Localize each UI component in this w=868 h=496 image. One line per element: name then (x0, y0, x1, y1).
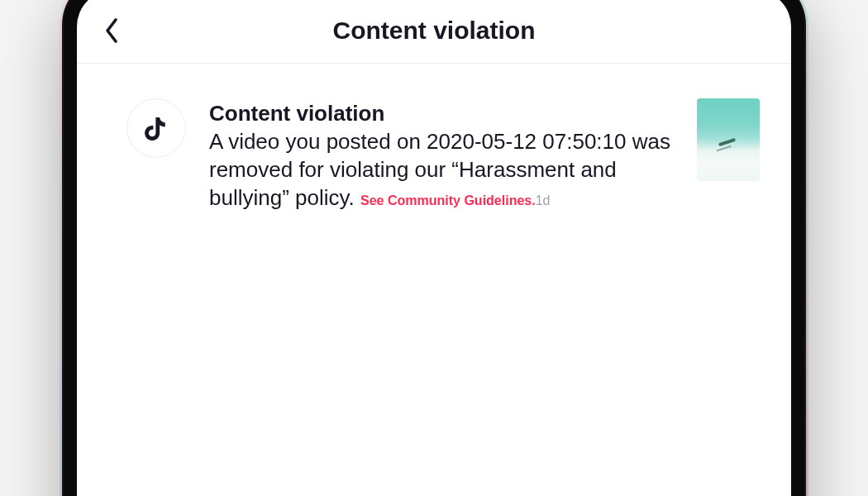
video-thumbnail[interactable] (697, 98, 760, 181)
chevron-left-icon (104, 17, 121, 44)
notification-title: Content violation (209, 100, 674, 127)
notification-list: Content violation A video you posted on … (77, 64, 791, 228)
page-title: Content violation (102, 17, 766, 45)
tiktok-icon (126, 98, 186, 158)
phone-screen: Content violation Content violation A vi… (77, 0, 791, 496)
notification-body: Content violation A video you posted on … (209, 98, 674, 212)
phone-frame: Content violation Content violation A vi… (62, 0, 806, 496)
page-header: Content violation (77, 0, 791, 64)
notification-item[interactable]: Content violation A video you posted on … (126, 98, 760, 212)
community-guidelines-link[interactable]: See Community Guidelines. (360, 193, 536, 207)
back-button[interactable] (102, 20, 123, 41)
notification-timestamp: 1d (536, 193, 551, 207)
